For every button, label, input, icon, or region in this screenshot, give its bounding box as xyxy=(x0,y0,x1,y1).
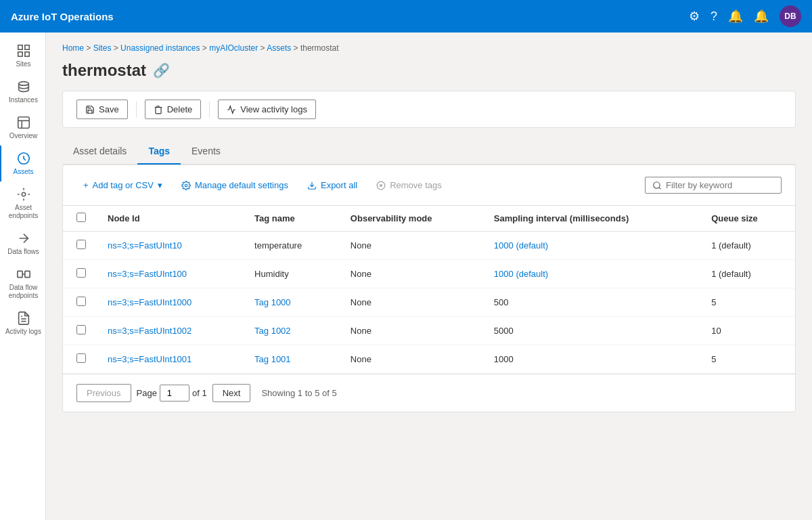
row-node-id: ns=3;s=FastUInt1000 xyxy=(97,288,244,317)
help-icon[interactable]: ? xyxy=(710,9,717,24)
view-activity-button[interactable]: View activity logs xyxy=(218,100,316,119)
tag-name-link[interactable]: Tag 1001 xyxy=(254,354,291,364)
breadcrumb-assets[interactable]: Assets xyxy=(267,43,291,53)
row-sampling: 500 xyxy=(483,288,700,317)
save-icon xyxy=(85,105,95,114)
table-row: ns=3;s=FastUInt100 Humidity None 1000 (d… xyxy=(63,260,795,288)
svg-point-4 xyxy=(18,82,28,86)
filter-input[interactable] xyxy=(666,180,774,190)
app-title: Azure IoT Operations xyxy=(11,11,114,22)
svg-rect-3 xyxy=(24,52,28,56)
node-id-link[interactable]: ns=3;s=FastUInt1001 xyxy=(108,354,191,364)
tab-events[interactable]: Events xyxy=(181,139,231,165)
nav-icons: ⚙ ? 🔔 🔔 DB xyxy=(689,5,801,27)
content-area: Home > Sites > Unassigned instances > my… xyxy=(46,32,812,520)
next-button[interactable]: Next xyxy=(212,384,251,402)
export-all-button[interactable]: Export all xyxy=(300,176,364,194)
manage-label: Manage default settings xyxy=(195,180,288,190)
svg-point-16 xyxy=(185,184,187,187)
remove-tags-button[interactable]: Remove tags xyxy=(369,176,449,194)
header-queue-size: Queue size xyxy=(700,206,795,232)
tabs: Asset details Tags Events xyxy=(62,139,796,165)
breadcrumb-cluster[interactable]: myAIOcluster xyxy=(209,43,258,53)
avatar[interactable]: DB xyxy=(780,5,801,27)
node-id-link[interactable]: ns=3;s=FastUInt10 xyxy=(108,240,182,251)
delete-icon xyxy=(154,105,163,114)
breadcrumb-home[interactable]: Home xyxy=(62,43,84,53)
sidebar-item-asset-endpoints[interactable]: Asset endpoints xyxy=(0,181,45,225)
tag-name-link[interactable]: Tag 1002 xyxy=(254,326,291,336)
tab-tags[interactable]: Tags xyxy=(137,139,181,165)
row-node-id: ns=3;s=FastUInt100 xyxy=(97,260,244,288)
previous-button[interactable]: Previous xyxy=(76,384,131,402)
svg-rect-11 xyxy=(24,271,29,277)
node-id-link[interactable]: ns=3;s=FastUInt1000 xyxy=(108,297,191,307)
settings-icon[interactable]: ⚙ xyxy=(689,9,700,24)
sidebar-item-instances[interactable]: Instances xyxy=(0,74,45,110)
delete-button[interactable]: Delete xyxy=(145,100,202,119)
sidebar-item-activity-logs[interactable]: Activity logs xyxy=(0,305,45,341)
row-checkbox xyxy=(63,345,97,374)
row-node-id: ns=3;s=FastUInt10 xyxy=(97,232,244,260)
row-select-checkbox[interactable] xyxy=(76,297,86,306)
row-sampling: 1000 (default) xyxy=(483,232,700,260)
sidebar-item-assets[interactable]: Assets xyxy=(0,146,45,181)
row-tag-name: Humidity xyxy=(244,260,340,288)
row-obs-mode: None xyxy=(340,232,483,260)
tab-asset-details[interactable]: Asset details xyxy=(62,139,137,165)
row-select-checkbox[interactable] xyxy=(76,325,86,334)
add-tag-button[interactable]: + Add tag or CSV ▾ xyxy=(76,176,169,194)
alert-icon[interactable]: 🔔 xyxy=(754,9,769,24)
select-all-checkbox[interactable] xyxy=(76,213,86,222)
remove-label: Remove tags xyxy=(390,180,442,190)
row-sampling: 1000 xyxy=(483,345,700,374)
view-activity-label: View activity logs xyxy=(240,104,307,114)
row-obs-mode: None xyxy=(340,345,483,374)
row-queue-size: 1 (default) xyxy=(700,232,795,260)
search-icon xyxy=(652,181,662,190)
toolbar-separator xyxy=(136,102,137,118)
page-title-row: thermostat 🔗 xyxy=(62,61,796,80)
row-tag-name: Tag 1000 xyxy=(244,288,340,317)
tag-name-link[interactable]: Tag 1000 xyxy=(254,297,291,307)
row-select-checkbox[interactable] xyxy=(76,353,86,363)
delete-label: Delete xyxy=(167,104,193,114)
row-queue-size: 1 (default) xyxy=(700,260,795,288)
toolbar-separator-2 xyxy=(209,102,210,118)
bell-icon[interactable]: 🔔 xyxy=(728,9,743,24)
node-id-link[interactable]: ns=3;s=FastUInt1002 xyxy=(108,326,191,336)
table-row: ns=3;s=FastUInt1000 Tag 1000 None 500 5 xyxy=(63,288,795,317)
row-sampling: 1000 (default) xyxy=(483,260,700,288)
breadcrumb-unassigned[interactable]: Unassigned instances xyxy=(120,43,200,53)
row-select-checkbox[interactable] xyxy=(76,240,86,249)
row-select-checkbox[interactable] xyxy=(76,268,86,278)
row-obs-mode: None xyxy=(340,317,483,345)
sidebar-item-data-flows[interactable]: Data flows xyxy=(0,225,45,261)
filter-input-wrapper xyxy=(645,177,782,194)
row-checkbox xyxy=(63,288,97,317)
row-checkbox xyxy=(63,260,97,288)
sidebar-item-overview[interactable]: Overview xyxy=(0,110,45,146)
sidebar-item-data-flow-endpoints[interactable]: Data flow endpoints xyxy=(0,261,45,305)
page-number-input[interactable] xyxy=(160,385,189,402)
table-row: ns=3;s=FastUInt1001 Tag 1001 None 1000 5 xyxy=(63,345,795,374)
header-obs-mode: Observability mode xyxy=(340,206,483,232)
showing-info: Showing 1 to 5 of 5 xyxy=(261,388,336,398)
tags-table: Node Id Tag name Observability mode Samp… xyxy=(63,206,795,374)
row-obs-mode: None xyxy=(340,288,483,317)
row-queue-size: 5 xyxy=(700,288,795,317)
svg-rect-0 xyxy=(18,45,22,49)
header-tag-name: Tag name xyxy=(244,206,340,232)
manage-settings-button[interactable]: Manage default settings xyxy=(175,176,295,194)
row-sampling: 5000 xyxy=(483,317,700,345)
breadcrumb-sites[interactable]: Sites xyxy=(93,43,112,53)
table-toolbar: + Add tag or CSV ▾ Manage default settin… xyxy=(63,165,795,206)
sidebar-item-sites[interactable]: Sites xyxy=(0,38,45,74)
main-card: + Add tag or CSV ▾ Manage default settin… xyxy=(62,165,796,412)
page-title: thermostat xyxy=(62,61,146,80)
node-id-link[interactable]: ns=3;s=FastUInt100 xyxy=(108,269,187,279)
table-row: ns=3;s=FastUInt1002 Tag 1002 None 5000 1… xyxy=(63,317,795,345)
save-button[interactable]: Save xyxy=(76,100,128,119)
main-layout: Sites Instances Overview Assets Asset en… xyxy=(0,32,812,520)
table-header-row: Node Id Tag name Observability mode Samp… xyxy=(63,206,795,232)
